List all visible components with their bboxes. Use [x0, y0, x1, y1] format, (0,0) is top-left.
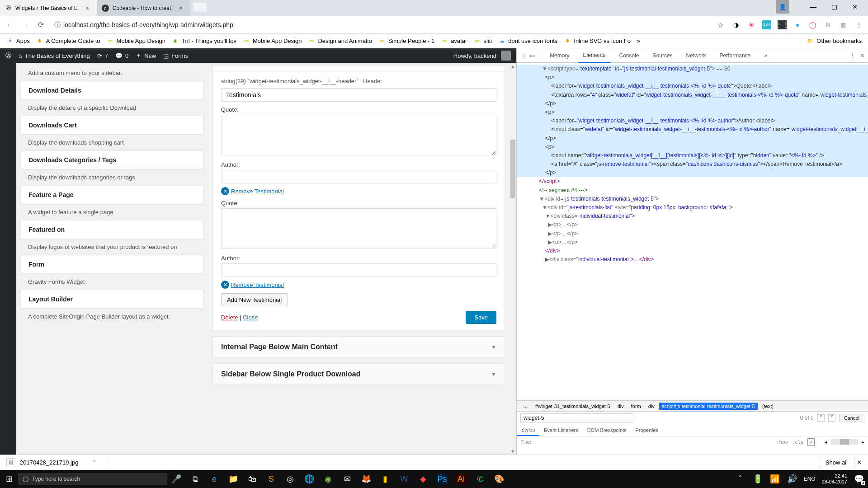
inspect-element-icon[interactable]: ⬚ [520, 52, 525, 59]
close-tab-icon[interactable]: × [86, 5, 92, 11]
devtools-search-input[interactable] [520, 413, 633, 422]
show-all-downloads-button[interactable]: Show all [819, 457, 854, 468]
whatsapp-icon[interactable]: ✆ [475, 474, 486, 484]
app-icon[interactable]: ◉ [323, 474, 334, 484]
crumb-item[interactable]: (text) [760, 403, 776, 410]
bookmark-item[interactable]: ▭Mobile App Design [107, 38, 165, 45]
app-icon[interactable]: ▮ [380, 474, 391, 484]
chrome-menu-icon[interactable]: ⋮ [854, 20, 863, 29]
system-clock[interactable]: 22:41 28-04-2017 [822, 473, 847, 485]
extension-icon[interactable]: N [824, 20, 833, 29]
devtools-tab-memory[interactable]: Memory [545, 49, 574, 62]
forms-link[interactable]: ◲ Forms [163, 52, 188, 59]
address-bar[interactable]: ⓘ localhost.org/the-basics-of-everything… [51, 19, 712, 31]
bookmark-item[interactable]: ✱A Complete Guide to [36, 38, 100, 45]
author-input[interactable] [221, 170, 496, 183]
delete-widget-link[interactable]: Delete [221, 314, 238, 321]
quote-textarea[interactable] [221, 208, 496, 249]
available-widget[interactable]: Downloads Categories / Tags [21, 150, 203, 169]
bookmark-item[interactable]: ☁dont use icon fonts [498, 38, 557, 45]
available-widget[interactable]: Feature a Page [21, 185, 203, 204]
mic-icon[interactable]: 🎤 [171, 474, 182, 484]
user-avatar-icon[interactable] [501, 51, 511, 61]
bookmark-overflow[interactable]: » [637, 38, 640, 44]
crumb-item-selected[interactable]: script#js-testimonial-testimonials_widge… [659, 403, 758, 410]
crumb-item[interactable]: div [646, 403, 657, 410]
extension-icon[interactable]: ● [793, 20, 802, 29]
language-indicator[interactable]: ENG [804, 476, 816, 482]
devtools-breadcrumb[interactable]: … #widget-31_testimonials_widget-5 div f… [517, 400, 868, 411]
notifications-icon[interactable]: 💬4 [854, 474, 864, 484]
author-input[interactable] [221, 263, 496, 277]
bookmark-item[interactable]: ▭sliti [473, 38, 492, 45]
chrome-icon[interactable]: 🌐 [304, 474, 315, 484]
other-bookmarks[interactable]: 📁Other bookmarks [807, 38, 862, 45]
devtools-menu-icon[interactable]: ⋮ [850, 52, 855, 59]
extension-icon[interactable]: ▦ [839, 20, 848, 29]
app-icon[interactable]: ◆ [418, 474, 429, 484]
search-prev-icon[interactable]: ˄ [817, 414, 825, 422]
page-scrollbar[interactable]: ▴ ▾ [509, 63, 516, 455]
devtools-tab-sources[interactable]: Sources [648, 49, 677, 62]
site-home-link[interactable]: ⌂ The Basics of Everything [19, 52, 90, 59]
bookmark-item[interactable]: ▭Mobile App Design [243, 38, 302, 45]
scroll-right-icon[interactable]: ▸ [862, 439, 864, 445]
available-widget[interactable]: Download Details [21, 81, 203, 100]
properties-tab[interactable]: Properties [631, 425, 663, 436]
crumb-item[interactable]: div [615, 403, 627, 410]
extension-icon[interactable]: ⋮⋮ [778, 20, 787, 29]
toggle-cls[interactable]: .cls [792, 439, 804, 445]
sidebar-area-toggle[interactable]: Internal Page Below Main Content ▼ [212, 336, 505, 358]
close-icon[interactable]: ✕ [844, 0, 865, 14]
sublime-icon[interactable]: S [266, 474, 277, 484]
forward-icon[interactable]: → [20, 19, 31, 30]
remove-testimonial-link[interactable]: ✕ Remove Testimonial [221, 281, 284, 289]
battery-icon[interactable]: 🔋 [752, 474, 763, 484]
task-view-icon[interactable]: ⧉ [190, 474, 201, 484]
bookmark-item[interactable]: ▭avatar [441, 38, 467, 45]
updates-link[interactable]: ⟳ 7 [97, 52, 108, 59]
bookmark-item[interactable]: ▭Design and Animatio [308, 38, 372, 45]
styles-tab[interactable]: Styles [517, 424, 539, 436]
mail-icon[interactable]: ✉ [342, 474, 353, 484]
toggle-hov[interactable]: :hov [776, 439, 788, 445]
edge-icon[interactable]: e [209, 474, 220, 484]
comments-link[interactable]: 💬 0 [115, 52, 128, 59]
devtools-tab-console[interactable]: Console [615, 49, 644, 62]
quote-textarea[interactable] [221, 115, 496, 155]
search-cancel-button[interactable]: Cancel [839, 414, 864, 422]
howdy-text[interactable]: Howdy, backend [453, 52, 496, 59]
new-content-link[interactable]: ＋ New [136, 52, 156, 60]
horizontal-scrollbar[interactable] [831, 439, 858, 445]
devtools-tab-elements[interactable]: Elements [578, 48, 610, 63]
devtools-tab-network[interactable]: Network [682, 49, 711, 62]
add-testimonial-button[interactable]: Add New Testimonial [221, 293, 288, 306]
event-listeners-tab[interactable]: Event Listeners [539, 425, 583, 436]
styles-filter-input[interactable] [520, 439, 773, 445]
windows-search-input[interactable]: ◯ Type here to search [18, 473, 167, 485]
available-widget[interactable]: Layout Builder [21, 290, 203, 309]
minimize-icon[interactable]: — [803, 0, 824, 14]
dom-breakpoints-tab[interactable]: DOM Breakpoints [583, 425, 631, 436]
back-icon[interactable]: ← [5, 19, 15, 30]
chrome-profile-icon[interactable]: 👤 [776, 0, 789, 14]
available-widget[interactable]: Downloads Cart [21, 116, 203, 135]
close-widget-link[interactable]: Close [243, 314, 258, 321]
devtools-tab-performance[interactable]: Performance [715, 49, 755, 62]
react-devtools-icon[interactable]: 3.85 [762, 20, 771, 29]
bookmark-item[interactable]: ✱Inline SVG vs Icon Fo [564, 38, 631, 45]
bookmark-star-icon[interactable]: ☆ [716, 20, 725, 29]
widget-title-input[interactable] [221, 88, 496, 102]
photoshop-icon[interactable]: Ps [437, 474, 448, 484]
browser-tab-codeable[interactable]: c Codeable - How to creat × [97, 0, 190, 16]
crumb-item[interactable]: form [628, 403, 644, 410]
app-icon[interactable]: ◎ [285, 474, 296, 484]
start-menu-icon[interactable]: ⊞ [4, 474, 14, 484]
maximize-icon[interactable]: ▢ [824, 0, 844, 14]
wp-admin-menu-collapsed[interactable] [0, 63, 16, 455]
word-icon[interactable]: W [399, 474, 410, 484]
chevron-up-icon[interactable]: ⌃ [92, 459, 97, 466]
firefox-icon[interactable]: 🦊 [361, 474, 372, 484]
close-download-bar-icon[interactable]: ✕ [854, 459, 863, 466]
download-item[interactable]: 🖼 20170428_221719.jpg ⌃ [5, 456, 106, 469]
